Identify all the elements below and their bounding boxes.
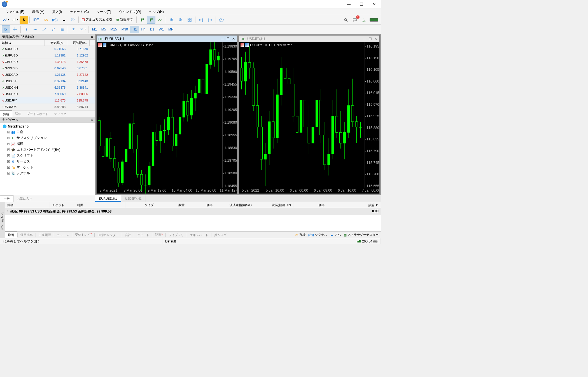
terminal-col[interactable]: 損益 ▼ — [358, 202, 381, 208]
terminal-col[interactable]: 決済逆指値(S/L) — [215, 202, 254, 208]
market-button[interactable]: 🛍 — [42, 16, 50, 24]
terminal-tab[interactable]: エキスパート — [187, 232, 211, 238]
symbol-row[interactable]: USDCNH6.383756.38541 — [0, 84, 95, 91]
terminal-tab[interactable]: アラート — [134, 232, 152, 238]
symbol-row[interactable]: USDJPY115.873115.875 — [0, 97, 95, 104]
zoom-out-icon[interactable] — [176, 16, 185, 24]
terminal-tool[interactable]: 🛍市場 — [295, 233, 305, 237]
symbol-row[interactable]: AUDUSD0.716660.71670 — [0, 46, 95, 52]
mw-tab[interactable]: プライスボード — [24, 110, 51, 117]
chat-icon[interactable] — [351, 16, 359, 24]
trendline-tool[interactable] — [40, 25, 48, 33]
menu-item[interactable]: ウインドウ(W) — [115, 8, 145, 15]
algo-trading-toggle[interactable]: アルゴリズム取引 — [80, 16, 114, 24]
cursor-tool[interactable] — [2, 25, 10, 33]
nav-item[interactable]: +📡シグナル — [1, 170, 94, 176]
nav-item[interactable]: +↻サブスクリプション — [1, 135, 94, 141]
nav-tab[interactable]: 一般 — [0, 195, 13, 202]
timeframe-h4[interactable]: H4 — [139, 26, 148, 33]
terminal-tab[interactable]: 取引 — [5, 231, 17, 238]
chart-canvas[interactable]: USDJPY, H1: US Dollar vs Yen 116.195116.… — [239, 42, 379, 194]
nav-tab[interactable]: お気に入り — [13, 195, 36, 202]
autoshift-icon[interactable]: |⇥ — [206, 16, 214, 24]
terminal-tab[interactable]: 受信トレイ7 — [72, 231, 94, 239]
menu-item[interactable]: ヘルプ(H) — [145, 8, 168, 15]
chart-tab[interactable]: EURUSD,H1 — [95, 195, 121, 202]
symbol-row[interactable]: USDCAD1.271381.27142 — [0, 72, 95, 78]
timeframe-m5[interactable]: M5 — [99, 26, 108, 33]
menu-item[interactable]: ファイル (F) — [2, 8, 28, 15]
hline-tool[interactable] — [31, 25, 39, 33]
crosshair-tool[interactable] — [11, 25, 19, 33]
mw-tab[interactable]: ティック — [51, 110, 69, 117]
timeframe-m30[interactable]: M30 — [119, 26, 130, 33]
mw-tab[interactable]: 銘柄 — [0, 110, 12, 117]
screenshot-icon[interactable] — [217, 16, 226, 24]
terminal-tab[interactable]: 運用比率 — [18, 232, 36, 238]
nav-root[interactable]: 🌐MetaTrader 5 — [1, 124, 94, 129]
chart-line-dropdown[interactable]: ▾ — [2, 16, 10, 24]
minimize-icon[interactable]: — — [220, 37, 224, 41]
nav-item[interactable]: +📄スクリプト — [1, 153, 94, 159]
menu-item[interactable]: チャート (C) — [66, 8, 93, 15]
maximize-icon[interactable]: ☐ — [368, 37, 372, 41]
terminal-col[interactable]: 銘柄 — [5, 202, 50, 208]
chart-type-dropdown[interactable]: ▾ — [11, 16, 19, 24]
status-profile[interactable]: Default — [162, 238, 354, 244]
close-button[interactable]: ✕ — [368, 0, 381, 8]
terminal-tool[interactable]: ☁VPS — [330, 233, 341, 237]
candles-green-icon[interactable] — [138, 16, 146, 24]
chart-canvas[interactable]: EURUSD, H1: Euro vs US Dollar 1.198301.1… — [97, 42, 237, 194]
close-icon[interactable]: ✕ — [232, 37, 235, 41]
nav-item[interactable]: +🎓エキスパートアドバイザ(EA) — [1, 147, 94, 153]
terminal-tool[interactable]: ▦ストラテジーテスター — [344, 233, 379, 237]
symbol-row[interactable]: NZDUSD0.675400.67551 — [0, 65, 95, 72]
terminal-col[interactable]: 数量 — [156, 202, 187, 208]
nav-item[interactable]: +📈指標 — [1, 141, 94, 147]
dollar-button[interactable]: $ — [20, 16, 28, 24]
zoom-in-icon[interactable] — [167, 16, 176, 24]
nav-item[interactable]: +🛍マーケット — [1, 164, 94, 170]
close-icon[interactable]: × — [91, 35, 93, 39]
vps-icon[interactable]: ☁ — [60, 16, 68, 24]
new-order-button[interactable]: ⊕ 新規注文 — [115, 16, 135, 24]
close-icon[interactable]: × — [91, 118, 93, 122]
terminal-tab[interactable]: 会社 — [122, 232, 134, 238]
maximize-button[interactable]: ☐ — [355, 0, 368, 8]
terminal-col[interactable]: 決済指値(T/P) — [254, 202, 293, 208]
close-icon[interactable]: ✕ — [374, 37, 378, 41]
timeframe-h1[interactable]: H1 — [130, 26, 139, 33]
terminal-col[interactable]: タイプ — [125, 202, 156, 208]
menu-item[interactable]: 表示 (V) — [28, 8, 48, 15]
col-ask[interactable]: 買気配(A... — [67, 40, 90, 46]
fibonacci-tool[interactable] — [58, 25, 66, 33]
terminal-tab[interactable]: 操作ログ — [211, 232, 229, 238]
timeframe-m1[interactable]: M1 — [90, 26, 99, 33]
terminal-col[interactable]: 時間 — [75, 202, 125, 208]
symbol-row[interactable]: EURUSD1.129811.12982 — [0, 52, 95, 59]
symbol-row[interactable]: USDNOK8.882838.88744 — [0, 104, 95, 110]
timeframe-w1[interactable]: W1 — [157, 26, 166, 33]
terminal-tab[interactable]: ライブラリ — [166, 232, 187, 238]
ide-button[interactable]: IDE — [31, 16, 41, 24]
maximize-icon[interactable]: ☐ — [226, 37, 230, 41]
candles-active-icon[interactable] — [147, 16, 155, 24]
search-icon[interactable] — [342, 16, 350, 24]
timeframe-m15[interactable]: M15 — [108, 26, 119, 33]
symbol-row[interactable]: GBPUSD1.354731.35478 — [0, 59, 95, 65]
shift-icon[interactable]: ⇤| — [197, 16, 205, 24]
vline-tool[interactable] — [22, 25, 31, 33]
symbol-row[interactable]: USDHKD7.800697.80086 — [0, 91, 95, 97]
symbol-row[interactable]: USDCHF0.921340.92140 — [0, 78, 95, 84]
text-tool[interactable]: T — [69, 25, 78, 33]
terminal-tab[interactable]: 口座履歴 — [36, 232, 54, 238]
grid-icon[interactable] — [185, 16, 194, 24]
shapes-dropdown[interactable]: ▾ — [78, 25, 87, 33]
timeframe-mn[interactable]: MN — [166, 26, 176, 33]
chart-tab[interactable]: USDJPY,H1 — [121, 195, 146, 202]
timeframe-d1[interactable]: D1 — [148, 26, 157, 33]
minimize-button[interactable]: — — [342, 0, 355, 8]
terminal-col[interactable]: チケット — [50, 202, 75, 208]
terminal-tab[interactable]: 記事1 — [152, 231, 165, 239]
channel-tool[interactable] — [49, 25, 57, 33]
